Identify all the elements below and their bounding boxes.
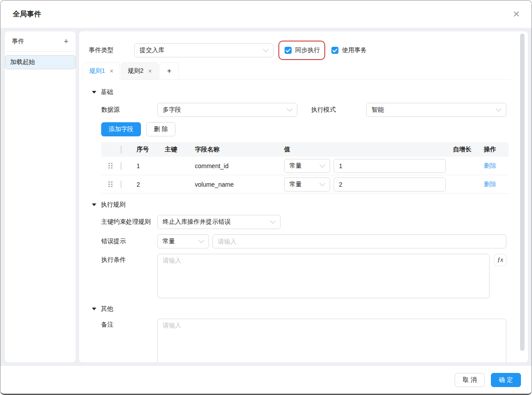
header-primary-key: 主键 (165, 146, 195, 154)
pk-rule-value: 终止入库操作并提示错误 (163, 218, 231, 226)
row-checkbox[interactable] (121, 181, 122, 188)
tab-rule-2[interactable]: 规则2 ✕ (121, 62, 159, 80)
value-type-select[interactable]: 常量 (284, 159, 330, 173)
field-name-cell: comment_id (195, 162, 284, 169)
table-row: 1 comment_id 常量 删除 (101, 157, 509, 175)
drag-handle-icon[interactable] (108, 162, 113, 169)
add-rule-tab-button[interactable]: + (160, 62, 179, 80)
error-tip-type-value: 常量 (163, 237, 175, 245)
pk-rule-label: 主键约束处理规则 (101, 218, 157, 226)
modal-header: 全局事件 ✕ (0, 0, 532, 28)
section-basic-title: 基础 (101, 88, 113, 96)
table-header-row: 序号 主键 字段名称 值 自增长 操作 (101, 142, 509, 157)
global-event-modal: 全局事件 ✕ 事件 + 加载起始 事件类型 提交入库 (0, 0, 532, 395)
header-value: 值 (284, 146, 453, 154)
modal-footer: 取 消 确 定 (0, 366, 532, 394)
sync-exec-label: 同步执行 (295, 46, 320, 54)
scrollbar-thumb[interactable] (520, 34, 524, 351)
sidebar-item-label: 加载起始 (10, 58, 35, 66)
remark-row: 备注 (101, 319, 506, 362)
pk-rule-row: 主键约束处理规则 终止入库操作并提示错误 (101, 215, 506, 229)
add-field-button[interactable]: 添加字段 (101, 122, 141, 136)
row-checkbox[interactable] (121, 162, 122, 170)
sidebar: 事件 + 加载起始 (5, 31, 76, 362)
pk-rule-select[interactable]: 终止入库操作并提示错误 (157, 215, 281, 229)
delete-row-link[interactable]: 删除 (484, 162, 496, 169)
sidebar-item-load-start[interactable]: 加载起始 (5, 55, 76, 69)
caret-down-icon (92, 308, 96, 310)
tab-rule-2-label: 规则2 (128, 67, 144, 75)
header-auto-increment: 自增长 (453, 146, 484, 154)
value-input[interactable] (334, 177, 446, 192)
page-title: 全局事件 (13, 10, 41, 19)
exec-mode-select[interactable]: 智能 (366, 103, 506, 117)
event-type-select[interactable]: 提交入库 (134, 43, 274, 57)
error-tip-label: 错误提示 (101, 237, 157, 245)
section-exec-rules-title: 执行规则 (101, 201, 125, 209)
use-transaction-checkbox-item[interactable]: 使用事务 (331, 46, 367, 54)
sidebar-header: 事件 + (5, 31, 76, 52)
exec-condition-label: 执行条件 (101, 256, 157, 264)
tab-rule-1-label: 规则1 (89, 67, 105, 75)
chevron-down-icon (319, 181, 325, 186)
tab-rule-1[interactable]: 规则1 ✕ (83, 62, 120, 80)
confirm-button[interactable]: 确 定 (491, 373, 521, 387)
data-source-value: 多字段 (163, 106, 181, 114)
fx-formula-button[interactable]: ƒx (494, 254, 506, 266)
tab-rule-1-close-icon[interactable]: ✕ (110, 68, 114, 74)
use-transaction-label: 使用事务 (342, 46, 367, 54)
caret-down-icon (92, 203, 96, 206)
chevron-down-icon (496, 106, 502, 112)
section-basic-header[interactable]: 基础 (92, 89, 528, 96)
event-type-value: 提交入库 (140, 46, 164, 54)
main-panel: 事件类型 提交入库 同步执行 使用事务 规则1 (79, 31, 528, 362)
add-event-icon[interactable]: + (64, 37, 68, 45)
table-row: 2 volume_name 常量 删除 (101, 175, 509, 194)
delete-fields-button[interactable]: 删 除 (146, 122, 175, 136)
header-action: 操作 (484, 146, 509, 154)
sync-exec-checkbox[interactable] (285, 47, 292, 54)
section-other-title: 其他 (101, 305, 113, 313)
value-type-select[interactable]: 常量 (284, 177, 330, 192)
select-all-checkbox[interactable] (121, 146, 122, 154)
caret-down-icon (92, 91, 96, 94)
exec-condition-row: 执行条件 ƒx (101, 254, 506, 298)
modal-body: 事件 + 加载起始 事件类型 提交入库 同步执行 (0, 28, 532, 366)
exec-condition-textarea[interactable] (157, 254, 490, 298)
chevron-down-icon (198, 237, 204, 243)
event-type-row: 事件类型 提交入库 同步执行 使用事务 (89, 43, 528, 57)
field-buttons-row: 添加字段 删 除 (101, 122, 528, 136)
remark-label: 备注 (101, 321, 157, 329)
data-source-label: 数据源 (101, 106, 157, 114)
sidebar-title: 事件 (12, 38, 24, 45)
chevron-down-icon (319, 162, 325, 168)
data-source-row: 数据源 多字段 执行模式 智能 (101, 103, 506, 117)
row-index: 2 (137, 181, 165, 188)
exec-mode-value: 智能 (372, 106, 384, 114)
error-tip-input[interactable] (213, 234, 506, 248)
fields-table: 序号 主键 字段名称 值 自增长 操作 1 comment_id 常量 (101, 142, 509, 194)
tab-rule-2-close-icon[interactable]: ✕ (148, 68, 152, 74)
rules-tab-bar: 规则1 ✕ 规则2 ✕ + (83, 62, 510, 80)
chevron-down-icon (287, 106, 293, 112)
chevron-down-icon (270, 218, 276, 224)
remark-textarea[interactable] (157, 319, 506, 362)
sync-exec-checkbox-item[interactable]: 同步执行 (285, 46, 320, 54)
error-tip-type-select[interactable]: 常量 (157, 234, 209, 248)
delete-row-link[interactable]: 删除 (484, 181, 496, 188)
use-transaction-checkbox[interactable] (331, 47, 338, 54)
error-tip-row: 错误提示 常量 (101, 234, 506, 248)
field-name-cell: volume_name (195, 181, 284, 188)
event-type-label: 事件类型 (89, 46, 134, 54)
exec-mode-label: 执行模式 (311, 106, 366, 114)
header-index: 序号 (137, 146, 165, 154)
value-input[interactable] (334, 159, 446, 173)
data-source-select[interactable]: 多字段 (157, 103, 297, 117)
section-exec-rules-header[interactable]: 执行规则 (92, 201, 528, 208)
chevron-down-icon (263, 46, 269, 52)
cancel-button[interactable]: 取 消 (455, 373, 485, 387)
section-other-header[interactable]: 其他 (92, 305, 528, 312)
header-field-name: 字段名称 (195, 146, 284, 154)
drag-handle-icon[interactable] (108, 181, 113, 188)
close-icon[interactable]: ✕ (513, 10, 520, 19)
